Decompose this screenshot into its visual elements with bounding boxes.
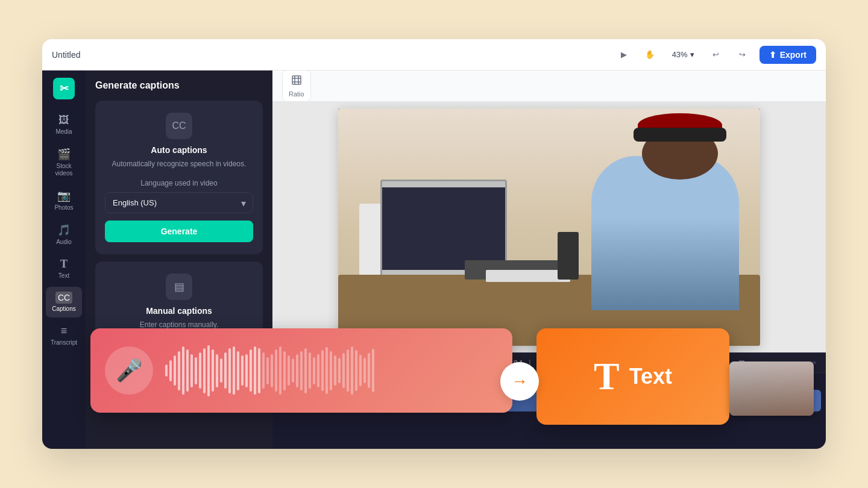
ruler-tick-3: 00:04 xyxy=(489,377,505,384)
language-select-wrapper[interactable]: English (US) English (UK) Spanish French… xyxy=(105,192,253,213)
ruler-tick-1: 00:02 xyxy=(321,377,336,384)
captions-icon: CC xyxy=(55,292,72,304)
sidebar-item-captions-label: Captions xyxy=(52,305,75,313)
timeline-ruler: 00:02 00:03 00:04 00:05 xyxy=(272,373,826,387)
canvas-toolbar: Ratio xyxy=(272,70,826,102)
main-area: ✂ 🖼 Media 🎬 Stockvideos 📷 Photos 🎵 Audio… xyxy=(42,70,826,449)
sidebar-item-photos-label: Photos xyxy=(54,204,73,211)
redo-button[interactable]: ↪ xyxy=(733,45,752,64)
delete-button[interactable]: 🗑 xyxy=(306,353,326,372)
sidebar-item-media-label: Media xyxy=(55,128,72,136)
header-controls: ▶ ✋ 43% ▾ ↩ ↪ ⬆ Export xyxy=(614,45,816,64)
manual-captions-card: ▤ Manual captions Enter captions manuall… xyxy=(95,261,263,342)
play-preview-button[interactable]: ▶ xyxy=(614,45,634,64)
timeline-play-button[interactable]: ▶ xyxy=(459,353,478,372)
export-button[interactable]: ⬆ Export xyxy=(760,46,816,64)
panel: Generate captions CC Auto captions Autom… xyxy=(86,70,272,449)
header: Untitled ▶ ✋ 43% ▾ ↩ ↪ ⬆ Export xyxy=(42,39,826,70)
timeline-area: ⊥ 🗑 ▶ 00:00:04 | 00:05:00 xyxy=(272,352,826,449)
manual-captions-desc: Enter captions manually. xyxy=(140,319,219,330)
timeline-right-controls: ⊞ ⊠ − xyxy=(708,353,816,372)
auto-captions-desc: Automatically recognize speech in videos… xyxy=(112,158,247,169)
sidebar-item-text-label: Text xyxy=(58,272,69,280)
manual-captions-icon: ▤ xyxy=(166,274,192,300)
sidebar-item-audio[interactable]: 🎵 Audio xyxy=(46,219,82,251)
zoom-control[interactable]: 43% ▾ xyxy=(667,48,699,61)
undo-button[interactable]: ↩ xyxy=(706,45,726,64)
text-icon: T xyxy=(60,258,68,271)
video-content xyxy=(338,108,760,346)
play-icon: ▶ xyxy=(465,358,471,367)
media-icon: 🖼 xyxy=(58,114,69,127)
zoom-out-button[interactable]: − xyxy=(756,353,775,372)
sidebar-logo[interactable]: ✂ xyxy=(53,78,75,99)
timeline-header: ⊥ 🗑 ▶ 00:00:04 | 00:05:00 xyxy=(272,353,826,373)
timeline-controls: ▶ 00:00:04 | 00:05:00 xyxy=(335,353,698,372)
sidebar-item-text[interactable]: T Text xyxy=(46,253,82,284)
timeline-tools: ⊥ 🗑 xyxy=(282,353,326,372)
sidebar: ✂ 🖼 Media 🎬 Stockvideos 📷 Photos 🎵 Audio… xyxy=(42,70,86,449)
sidebar-item-media[interactable]: 🖼 Media xyxy=(46,109,82,140)
export-icon: ⬆ xyxy=(769,50,776,60)
sidebar-item-stock-videos-label: Stockvideos xyxy=(55,163,73,177)
hand-tool-button[interactable]: ✋ xyxy=(641,45,660,64)
headphones xyxy=(634,128,726,142)
sidebar-item-captions[interactable]: CC Captions xyxy=(46,287,82,318)
video-track xyxy=(277,390,821,411)
canvas-area: Ratio xyxy=(272,70,826,449)
transcript-icon: ≡ xyxy=(61,325,68,337)
photos-icon: 📷 xyxy=(57,189,71,202)
current-time: 00:00:04 | 00:05:00 xyxy=(485,358,575,368)
zoom-slider[interactable] xyxy=(780,361,816,364)
timeline-tracks-container: 00:02 00:03 00:04 00:05 xyxy=(272,373,826,449)
logo-icon: ✂ xyxy=(60,82,69,95)
manual-captions-title: Manual captions xyxy=(146,306,212,316)
ruler-tick-2: 00:03 xyxy=(405,377,420,384)
auto-captions-icon: CC xyxy=(166,113,192,139)
sidebar-item-transcript-label: Transcript xyxy=(51,339,77,346)
person-body xyxy=(591,156,739,310)
sidebar-item-transcript[interactable]: ≡ Transcript xyxy=(46,320,82,351)
sidebar-item-photos[interactable]: 📷 Photos xyxy=(46,184,82,216)
language-label: Language used in video xyxy=(105,179,253,187)
split-button[interactable]: ⊥ xyxy=(282,353,301,372)
ruler-tick-4: 00:05 xyxy=(574,377,589,384)
ratio-button[interactable]: Ratio xyxy=(282,70,311,102)
svg-rect-0 xyxy=(292,76,301,84)
header-title: Untitled xyxy=(52,50,607,60)
zoom-chevron-icon: ▾ xyxy=(690,50,694,59)
join-button[interactable]: ⊠ xyxy=(732,353,751,372)
canvas-viewport xyxy=(272,102,826,352)
language-select[interactable]: English (US) English (UK) Spanish French… xyxy=(105,192,253,213)
zoom-value: 43% xyxy=(672,50,688,59)
ratio-label: Ratio xyxy=(289,90,304,98)
export-label: Export xyxy=(780,50,807,60)
auto-captions-card: CC Auto captions Automatically recognize… xyxy=(95,101,263,254)
timeline-content: 00:02 00:03 00:04 00:05 xyxy=(272,373,826,449)
generate-button[interactable]: Generate xyxy=(105,221,253,242)
microphone xyxy=(558,232,579,280)
audio-icon: 🎵 xyxy=(57,224,71,237)
ratio-icon xyxy=(291,74,303,89)
sidebar-item-stock-videos[interactable]: 🎬 Stockvideos xyxy=(46,143,82,182)
sidebar-item-audio-label: Audio xyxy=(56,239,72,246)
video-frame xyxy=(338,108,760,346)
panel-title: Generate captions xyxy=(95,80,263,91)
stock-videos-icon: 🎬 xyxy=(57,148,71,161)
app-container: Untitled ▶ ✋ 43% ▾ ↩ ↪ ⬆ Export ✂ 🖼 Med xyxy=(42,39,826,449)
auto-captions-title: Auto captions xyxy=(151,145,207,155)
split-clip-button[interactable]: ⊞ xyxy=(708,353,727,372)
